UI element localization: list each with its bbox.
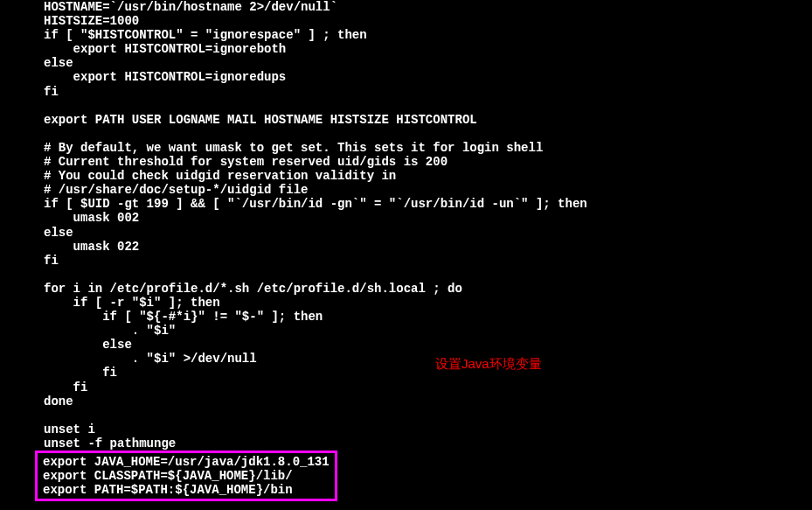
path-line: export PATH=$PATH:${JAVA_HOME}/bin bbox=[43, 483, 330, 497]
code-line: if [ -r "$i" ]; then bbox=[44, 296, 768, 310]
code-line: # Current threshold for system reserved … bbox=[44, 155, 768, 169]
code-line: umask 002 bbox=[44, 211, 768, 225]
code-line: else bbox=[44, 338, 768, 352]
code-line: export PATH USER LOGNAME MAIL HOSTNAME H… bbox=[44, 113, 768, 127]
code-line: else bbox=[44, 226, 768, 240]
code-line: if [ $UID -gt 199 ] && [ "`/usr/bin/id -… bbox=[44, 197, 768, 211]
code-line: export HISTCONTROL=ignoredups bbox=[44, 70, 768, 84]
annotation-label: 设置Java环境变量 bbox=[435, 356, 542, 371]
code-line bbox=[44, 409, 768, 423]
code-line: HOSTNAME=`/usr/bin/hostname 2>/dev/null` bbox=[44, 0, 768, 14]
code-line: # /usr/share/doc/setup-*/uidgid file bbox=[44, 183, 768, 197]
code-line: fi bbox=[44, 366, 768, 380]
code-line: if [ "${-#*i}" != "$-" ]; then bbox=[44, 310, 768, 324]
code-line: HISTSIZE=1000 bbox=[44, 14, 768, 28]
java-home-line: export JAVA_HOME=/usr/java/jdk1.8.0_131 bbox=[43, 455, 330, 469]
code-line: else bbox=[44, 56, 768, 70]
code-line: unset i bbox=[44, 423, 768, 437]
code-line: # You could check uidgid reservation val… bbox=[44, 169, 768, 183]
code-line: for i in /etc/profile.d/*.sh /etc/profil… bbox=[44, 282, 768, 296]
terminal-output: HOSTNAME=`/usr/bin/hostname 2>/dev/null`… bbox=[44, 0, 768, 501]
code-line: done bbox=[44, 395, 768, 409]
code-line: if [ "$HISTCONTROL" = "ignorespace" ] ; … bbox=[44, 28, 768, 42]
classpath-line: export CLASSPATH=${JAVA_HOME}/lib/ bbox=[43, 469, 330, 483]
code-line: unset -f pathmunge bbox=[44, 437, 768, 451]
code-line bbox=[44, 268, 768, 282]
code-line: # By default, we want umask to get set. … bbox=[44, 141, 768, 155]
code-line bbox=[44, 99, 768, 113]
code-line bbox=[44, 127, 768, 141]
code-line: . "$i" >/dev/null bbox=[44, 352, 768, 366]
code-line: fi bbox=[44, 254, 768, 268]
code-line: fi bbox=[44, 381, 768, 395]
code-line: . "$i" bbox=[44, 324, 768, 338]
code-line: umask 022 bbox=[44, 240, 768, 254]
code-line: fi bbox=[44, 85, 768, 99]
highlighted-env-vars: export JAVA_HOME=/usr/java/jdk1.8.0_131 … bbox=[35, 451, 337, 501]
code-line: export HISTCONTROL=ignoreboth bbox=[44, 42, 768, 56]
